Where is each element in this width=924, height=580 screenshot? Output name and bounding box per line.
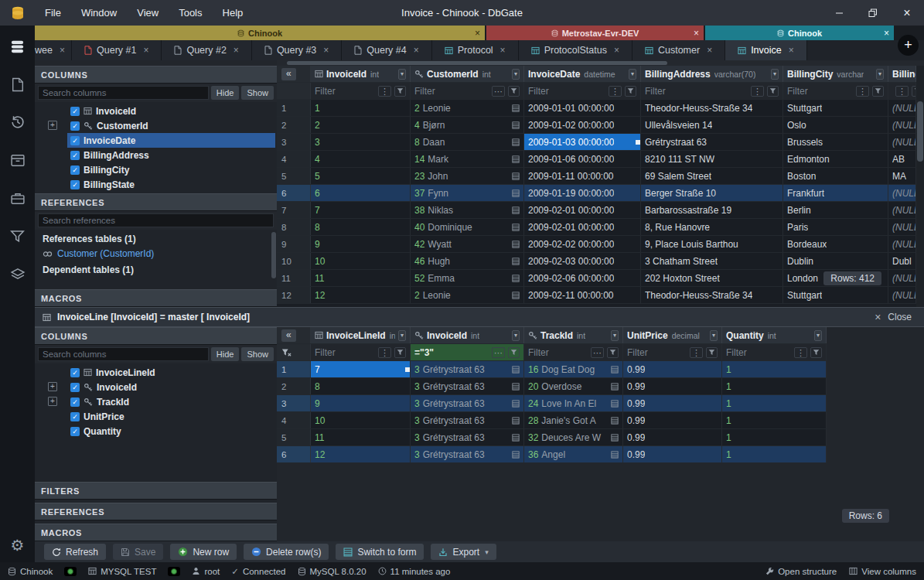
column-header-invoicelineid[interactable]: InvoiceLineIdint▾ (311, 327, 411, 343)
data-cell[interactable]: 69 Salem Street (641, 168, 783, 184)
data-cell[interactable]: Frankfurt (783, 185, 888, 201)
column-item-billingstate[interactable]: ✓BillingState (35, 177, 277, 192)
data-cell[interactable]: 8 (311, 378, 411, 394)
data-cell[interactable]: 1 (311, 100, 411, 116)
column-header-unitprice[interactable]: UnitPricedecimal▾ (623, 327, 722, 343)
data-cell[interactable]: 1 (722, 378, 827, 394)
filter-input-quantity[interactable]: Filter⋮ (722, 344, 827, 360)
close-tab-group-icon[interactable]: × (884, 28, 889, 39)
data-cell[interactable]: 8 (311, 219, 411, 235)
filter-menu-icon[interactable]: ⋮ (690, 347, 703, 358)
row-number[interactable]: 2 (277, 117, 311, 133)
chevron-down-icon[interactable]: ▾ (398, 69, 406, 80)
filter-funnel-icon[interactable] (508, 347, 520, 358)
expand-icon[interactable]: + (48, 382, 57, 391)
data-cell[interactable]: 28Janie's Got A (524, 412, 623, 428)
data-cell[interactable]: 4 (311, 151, 411, 167)
open-reference-icon[interactable] (512, 434, 520, 442)
references-section-header[interactable]: REFERENCES (35, 193, 277, 211)
hide-button[interactable]: Hide (211, 347, 240, 361)
expand-icon[interactable]: + (48, 121, 57, 130)
data-cell[interactable]: 32Deuces Are W (524, 429, 623, 445)
data-cell[interactable]: Brussels (783, 134, 888, 150)
data-cell[interactable]: 2009-02-06 00:00:00 (524, 270, 641, 286)
data-cell[interactable]: Oslo (783, 117, 888, 133)
open-reference-icon[interactable] (512, 366, 520, 374)
open-reference-icon[interactable] (512, 155, 520, 163)
close-tab-icon[interactable]: × (414, 45, 419, 56)
data-cell[interactable]: 7 (311, 202, 411, 218)
menu-help[interactable]: Help (213, 2, 254, 23)
data-cell[interactable]: 42Wyatt (411, 236, 524, 252)
data-cell[interactable]: 24Love In An El (524, 395, 623, 411)
data-cell[interactable]: 6 (311, 185, 411, 201)
data-cell[interactable]: Theodor-Heuss-Straße 34 (641, 100, 783, 116)
checkbox-checked-icon[interactable]: ✓ (70, 151, 80, 160)
data-cell[interactable]: 3Grétrystraat 63 (411, 412, 524, 428)
data-cell[interactable]: 1 (722, 361, 827, 377)
row-number[interactable]: 8 (277, 219, 311, 235)
status-11-minutes-ago[interactable]: 11 minutes ago (378, 567, 451, 576)
open-reference-icon[interactable] (611, 434, 619, 442)
menu-tools[interactable]: Tools (169, 2, 212, 23)
column-item-customerid[interactable]: +✓CustomerId (35, 118, 277, 133)
data-cell[interactable]: 14Mark (411, 151, 524, 167)
data-cell[interactable]: Paris (783, 219, 888, 235)
data-cell[interactable]: 37Fynn (411, 185, 524, 201)
filter-input-customerid[interactable]: Filter⋯ (411, 83, 524, 99)
data-cell[interactable]: Barbarossastraße 19 (641, 202, 783, 218)
row-number[interactable]: 2 (277, 378, 311, 394)
open-reference-icon[interactable] (512, 223, 520, 231)
chevron-down-icon[interactable]: ▾ (611, 330, 619, 341)
data-cell[interactable]: Edmonton (783, 151, 888, 167)
open-reference-icon[interactable] (512, 206, 520, 214)
data-cell[interactable]: 3Grétrystraat 63 (411, 361, 524, 377)
row-number[interactable]: 12 (277, 287, 311, 303)
data-cell[interactable]: 0.99 (623, 361, 722, 377)
data-cell[interactable]: 9 (311, 236, 411, 252)
reference-link-customer[interactable]: Customer (CustomerId) (35, 247, 277, 261)
data-cell[interactable]: (NULL) (888, 219, 916, 235)
chevron-down-icon[interactable]: ▾ (771, 69, 779, 80)
data-cell[interactable]: MA (888, 168, 916, 184)
columns-section-header[interactable]: COLUMNS (35, 327, 277, 345)
data-cell[interactable]: 36Angel (524, 446, 623, 462)
row-number[interactable]: 9 (277, 236, 311, 252)
macros-section-header[interactable]: MACROS (35, 524, 277, 541)
data-cell[interactable]: (NULL) (888, 185, 916, 201)
tab-query-3[interactable]: Query #3× (252, 40, 342, 60)
data-cell[interactable]: 2009-01-01 00:00:00 (524, 100, 641, 116)
collapse-left-panel-button[interactable]: « (281, 68, 296, 80)
data-cell[interactable]: Berlin (783, 202, 888, 218)
close-tab-group-icon[interactable]: × (475, 28, 480, 39)
filter-input-invoiceid[interactable]: ="3"⋯ (411, 344, 524, 360)
checkbox-checked-icon[interactable]: ✓ (70, 136, 80, 145)
filter-funnel-icon[interactable] (394, 347, 406, 358)
data-cell[interactable]: 2Leonie (411, 287, 524, 303)
data-cell[interactable]: 0.99 (623, 378, 722, 394)
data-cell[interactable]: Stuttgart (783, 100, 888, 116)
data-cell[interactable]: 2Leonie (411, 100, 524, 116)
status-mysql-test[interactable]: MYSQL TEST (88, 567, 156, 576)
open-reference-icon[interactable] (512, 275, 520, 282)
database-connections-icon[interactable] (9, 38, 26, 55)
column-header-invoicedate[interactable]: InvoiceDatedatetime▾ (524, 66, 641, 82)
status-color-indicator[interactable] (64, 567, 77, 576)
filter-icon[interactable] (9, 227, 26, 244)
open-reference-icon[interactable] (512, 400, 520, 408)
column-item-unitprice[interactable]: ✓UnitPrice (35, 409, 277, 424)
row-number[interactable]: 6 (277, 446, 311, 462)
tab-protocolstatus[interactable]: ProtocolStatus× (519, 40, 632, 60)
horizontal-scrollbar[interactable] (277, 60, 924, 66)
close-tab-icon[interactable]: × (143, 45, 148, 56)
data-cell[interactable]: 2009-02-01 00:00:00 (524, 202, 641, 218)
data-cell[interactable]: 1 (722, 446, 827, 462)
show-button[interactable]: Show (241, 86, 274, 100)
data-cell[interactable]: 23John (411, 168, 524, 184)
tab-customer[interactable]: Customer× (632, 40, 725, 60)
data-cell[interactable]: 2009-01-11 00:00:00 (524, 168, 641, 184)
new-row-button[interactable]: New row (170, 544, 237, 560)
settings-gear-icon[interactable]: ⚙ (11, 536, 25, 554)
column-header-billingaddress[interactable]: BillingAddressvarchar(70)▾ (641, 66, 783, 82)
column-item-invoiceid[interactable]: +✓InvoiceId (35, 380, 277, 394)
